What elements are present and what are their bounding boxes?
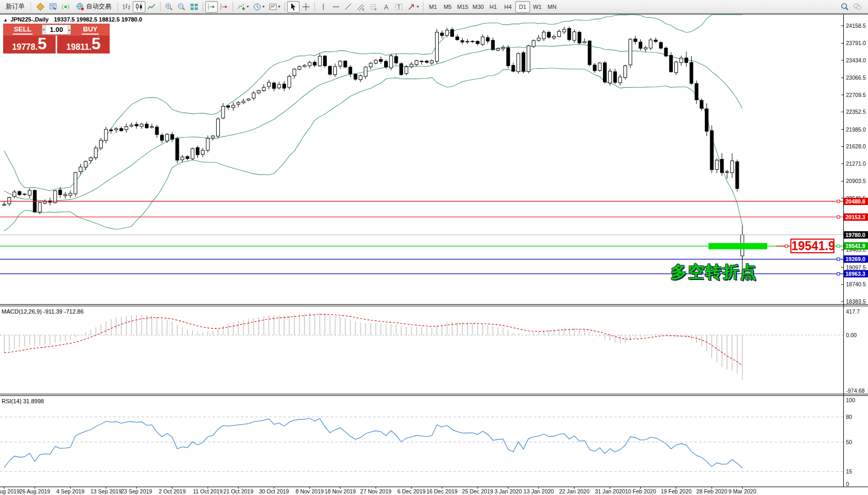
zoom-out-icon[interactable] <box>175 1 188 13</box>
sell-label: SELL <box>13 25 32 35</box>
auto-scroll-icon[interactable] <box>218 1 230 13</box>
timeframe-H1[interactable]: H1 <box>486 1 501 13</box>
sell-button[interactable]: SELL <box>3 24 42 36</box>
ohlc-values: 19337.5 19982.5 18812.5 19780.0 <box>54 16 142 23</box>
price-badge: 20480.8 <box>844 198 868 205</box>
signals-icon[interactable] <box>59 1 72 13</box>
one-click-trading-panel: SELL ▾▴ BUY 19778.5 19811.5 <box>3 24 110 53</box>
toolbar-grip <box>30 3 33 11</box>
svg-text:A: A <box>384 3 388 10</box>
y-axis-label: 18740.5 <box>846 281 868 287</box>
timeframe-H4[interactable]: H4 <box>501 1 515 13</box>
arrows-icon[interactable]: ▾ <box>405 1 421 13</box>
date-label: 16 Aug 2019 <box>0 488 19 494</box>
zoom-in-icon[interactable] <box>163 1 175 13</box>
dropdown-caret-icon: ▾ <box>262 4 264 9</box>
symbol-period-label: JPN225-,Daily <box>10 16 49 23</box>
candlestick-icon[interactable] <box>133 1 145 13</box>
y-axis-label: 21271.0 <box>846 160 868 167</box>
fibonacci-icon[interactable]: F <box>367 1 380 13</box>
rsi-axis-label: 0 <box>846 481 849 487</box>
chart-shift-icon[interactable] <box>205 1 218 13</box>
vertical-line-icon[interactable] <box>317 1 330 13</box>
buy-button[interactable]: BUY <box>71 24 110 36</box>
toolbar-separator <box>284 2 285 12</box>
rsi-indicator-label: RSI(14) 31.8998 <box>2 398 44 404</box>
date-label: 9 Mar 2020 <box>728 488 756 494</box>
toolbar-separator <box>423 2 424 12</box>
y-axis-label: 20903.5 <box>846 178 868 184</box>
timeframe-MN[interactable]: MN <box>545 1 559 13</box>
market-watch-icon[interactable] <box>47 1 59 13</box>
new-order-button[interactable]: 新订单 <box>2 1 29 13</box>
price-badge: 19541.9 <box>844 242 868 250</box>
text-icon[interactable]: A <box>380 1 393 13</box>
macd-histogram <box>4 313 743 380</box>
trend-line-icon[interactable] <box>342 1 355 13</box>
tile-windows-icon[interactable] <box>188 1 200 13</box>
rsi-axis-label: 100 <box>846 397 855 403</box>
dropdown-caret-icon: ▾ <box>278 4 280 9</box>
date-label: 18 Nov 2019 <box>324 488 356 494</box>
date-label: 6 Dec 2019 <box>397 488 426 494</box>
rsi-axis-label: 15 <box>846 468 852 475</box>
dropdown-caret-icon: ▾ <box>417 4 419 9</box>
date-label: 3 Jan 2020 <box>494 488 522 494</box>
timeframe-group: M1M5M15M30H1H4D1W1MN <box>426 1 559 13</box>
candlestick-series <box>3 27 744 281</box>
y-axis-label: 22709.5 <box>846 92 868 98</box>
volume-input[interactable] <box>46 25 68 35</box>
text-label-icon[interactable]: T <box>393 1 405 13</box>
date-label: 27 Nov 2019 <box>360 488 391 494</box>
date-label: 13 Jan 2020 <box>524 488 554 494</box>
timeframe-M15[interactable]: M15 <box>455 1 470 13</box>
periods-clock-icon[interactable]: ▾ <box>251 1 267 13</box>
metaeditor-icon[interactable] <box>34 1 47 13</box>
buy-price: 19811.5 <box>57 36 110 53</box>
panel-collapse-icon[interactable]: ▲ <box>3 17 8 23</box>
toolbar: 新订单 自动交易 ▾ ▾ ▾ <box>0 0 868 14</box>
chart-title: ▲JPN225-,Daily19337.5 19982.5 18812.5 19… <box>3 16 142 23</box>
timeframe-D1[interactable]: D1 <box>515 1 530 13</box>
autotrading-button[interactable]: 自动交易 <box>72 1 115 13</box>
price-badge: 19269.0 <box>844 255 868 263</box>
cursor-icon[interactable] <box>287 1 300 13</box>
toolbar-separator <box>314 2 315 12</box>
date-label: 8 Nov 2019 <box>295 488 324 494</box>
date-label: 22 Jan 2020 <box>559 488 589 494</box>
highlight-bar <box>708 243 767 249</box>
price-badge: 20153.3 <box>844 213 868 221</box>
line-chart-icon[interactable] <box>145 1 158 13</box>
buy-label: BUY <box>82 25 98 35</box>
price-callout[interactable]: 19541.9 <box>790 239 834 253</box>
chart-canvas[interactable] <box>0 14 868 495</box>
y-axis-label: 23434.0 <box>846 57 868 63</box>
date-label: 25 Dec 2019 <box>462 488 493 494</box>
templates-icon[interactable]: ▾ <box>267 1 282 13</box>
equidistant-channel-icon[interactable]: E <box>355 1 367 13</box>
search-icon[interactable] <box>839 1 851 13</box>
price-badge: 19780.0 <box>844 231 868 239</box>
date-label: 21 Oct 2019 <box>224 488 253 494</box>
rsi-axis-label: 50 <box>846 439 852 445</box>
toolbar-separator <box>160 2 161 12</box>
crosshair-icon[interactable] <box>300 1 312 13</box>
horizontal-line-icon[interactable] <box>330 1 342 13</box>
bar-chart-icon[interactable] <box>120 1 133 13</box>
y-axis-label: 24158.5 <box>846 23 868 29</box>
timeframe-M1[interactable]: M1 <box>426 1 440 13</box>
y-axis-label: 19097.5 <box>846 264 868 271</box>
date-label: 19 Feb 2020 <box>661 488 692 494</box>
chat-icon[interactable] <box>851 1 864 13</box>
sell-price: 19778.5 <box>3 36 56 53</box>
y-axis-label: 21628.0 <box>846 143 868 149</box>
annotation-text[interactable]: 多空转折点 <box>671 261 757 283</box>
timeframe-M5[interactable]: M5 <box>440 1 455 13</box>
toolbar-separator <box>203 2 203 12</box>
timeframe-M30[interactable]: M30 <box>470 1 485 13</box>
pane-borders <box>0 14 868 487</box>
axis-ticks <box>4 26 843 489</box>
rsi-axis-label: 80 <box>846 414 852 420</box>
timeframe-W1[interactable]: W1 <box>530 1 545 13</box>
indicators-add-icon[interactable]: ▾ <box>235 1 251 13</box>
